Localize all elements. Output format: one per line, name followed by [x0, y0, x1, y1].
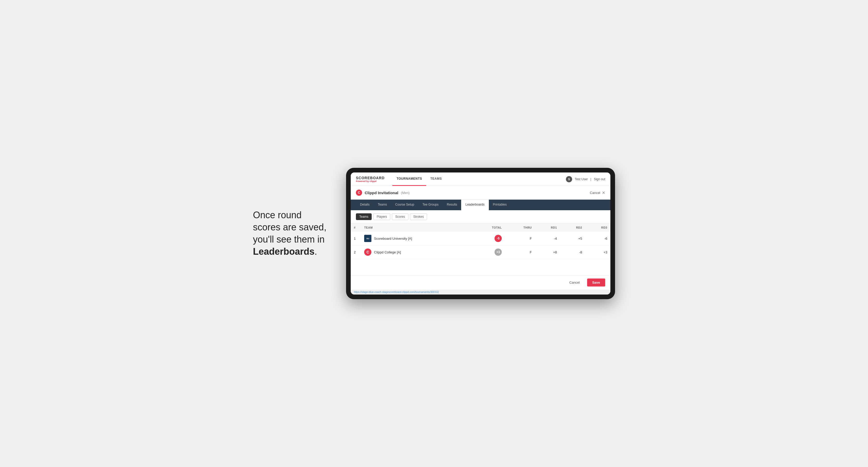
brand-clippd: clippd	[370, 180, 377, 183]
nav-tournaments[interactable]: TOURNAMENTS	[392, 173, 426, 186]
col-thru: THRU	[505, 223, 535, 232]
cell-thru-1: F	[505, 245, 535, 259]
brand-name: SCOREBOARD	[356, 176, 384, 180]
col-team: TEAM	[361, 223, 472, 232]
tab-teams[interactable]: Teams	[374, 199, 391, 210]
footer: Cancel Save	[351, 275, 610, 290]
cancel-label: Cancel	[590, 191, 600, 195]
col-total: TOTAL	[472, 223, 505, 232]
tournament-icon: C	[356, 190, 362, 196]
cell-rd3-0: -6	[585, 232, 610, 245]
tournament-title: C Clippd Invitational (Men)	[356, 190, 410, 196]
sidebar-text-line2-bold: Leaderboards	[253, 246, 314, 257]
sub-tab-scores[interactable]: Scores	[392, 213, 408, 220]
tab-bar: Details Teams Course Setup Tee Groups Re…	[351, 199, 610, 210]
nav-right: S Test User | Sign out	[566, 176, 605, 182]
nav-separator: |	[590, 177, 591, 181]
team-logo-1: C	[364, 249, 371, 256]
sidebar-period: .	[314, 246, 317, 257]
tab-results[interactable]: Results	[442, 199, 461, 210]
score-badge-1: +3	[495, 249, 502, 256]
team-logo-0: SU	[364, 235, 371, 242]
tournament-gender: (Men)	[401, 191, 410, 195]
cell-rank-1: 2	[351, 245, 361, 259]
cell-thru-0: F	[505, 232, 535, 245]
score-badge-0: -5	[495, 235, 502, 242]
sub-tab-strokes[interactable]: Strokes	[410, 213, 427, 220]
tab-details[interactable]: Details	[356, 199, 374, 210]
cell-rd2-1: -8	[560, 245, 585, 259]
cell-rd1-0: -4	[535, 232, 560, 245]
tournament-header: C Clippd Invitational (Men) Cancel ✕	[351, 186, 610, 199]
tab-printables[interactable]: Printables	[489, 199, 511, 210]
cell-team-0: SUScoreboard University [A]	[361, 232, 472, 245]
leaderboard-table-container: # TEAM TOTAL THRU RD1 RD2 RD3 1SUScorebo…	[351, 223, 610, 275]
nav-links: TOURNAMENTS TEAMS	[392, 173, 566, 186]
tab-leaderboards[interactable]: Leaderboards	[461, 199, 489, 210]
cell-rd1-1: +8	[535, 245, 560, 259]
footer-cancel-button[interactable]: Cancel	[565, 279, 584, 286]
brand: SCOREBOARD Powered by clippd	[356, 176, 384, 183]
tournament-cancel-button[interactable]: Cancel ✕	[590, 190, 605, 195]
cell-rd3-1: +3	[585, 245, 610, 259]
team-name-0: Scoreboard University [A]	[374, 237, 412, 241]
sign-out-link[interactable]: Sign out	[594, 177, 605, 181]
tablet-screen: SCOREBOARD Powered by clippd TOURNAMENTS…	[351, 173, 610, 294]
sub-tab-teams[interactable]: Teams	[356, 213, 372, 220]
sub-tab-players[interactable]: Players	[373, 213, 390, 220]
close-icon: ✕	[602, 190, 605, 195]
nav-teams[interactable]: TEAMS	[426, 173, 446, 186]
table-row: 1SUScoreboard University [A]-5F-4+5-6	[351, 232, 610, 245]
tablet-frame: SCOREBOARD Powered by clippd TOURNAMENTS…	[346, 168, 615, 299]
url-bar: https://stage-blue-coach.stagescoreboard…	[351, 290, 610, 294]
table-row: 2CClippd College [A]+3F+8-8+3	[351, 245, 610, 259]
cell-total-1: +3	[472, 245, 505, 259]
col-rd3: RD3	[585, 223, 610, 232]
leaderboard-table: # TEAM TOTAL THRU RD1 RD2 RD3 1SUScorebo…	[351, 223, 610, 259]
cell-total-0: -5	[472, 232, 505, 245]
sidebar-text-line1: Once round scores are saved, you'll see …	[253, 210, 327, 245]
top-nav: SCOREBOARD Powered by clippd TOURNAMENTS…	[351, 173, 610, 186]
col-rank: #	[351, 223, 361, 232]
sidebar-description: Once round scores are saved, you'll see …	[253, 209, 331, 257]
tab-tee-groups[interactable]: Tee Groups	[418, 199, 442, 210]
team-name-1: Clippd College [A]	[374, 250, 401, 254]
cell-rd2-0: +5	[560, 232, 585, 245]
footer-save-button[interactable]: Save	[587, 279, 605, 286]
brand-sub: Powered by clippd	[356, 180, 384, 183]
user-avatar: S	[566, 176, 572, 182]
col-rd2: RD2	[560, 223, 585, 232]
cell-team-1: CClippd College [A]	[361, 245, 472, 259]
cell-rank-0: 1	[351, 232, 361, 245]
sub-tab-bar: Teams Players Scores Strokes	[351, 210, 610, 223]
tournament-name: Clippd Invitational	[365, 191, 398, 195]
tab-course-setup[interactable]: Course Setup	[391, 199, 418, 210]
table-header-row: # TEAM TOTAL THRU RD1 RD2 RD3	[351, 223, 610, 232]
col-rd1: RD1	[535, 223, 560, 232]
user-name: Test User	[575, 177, 588, 181]
